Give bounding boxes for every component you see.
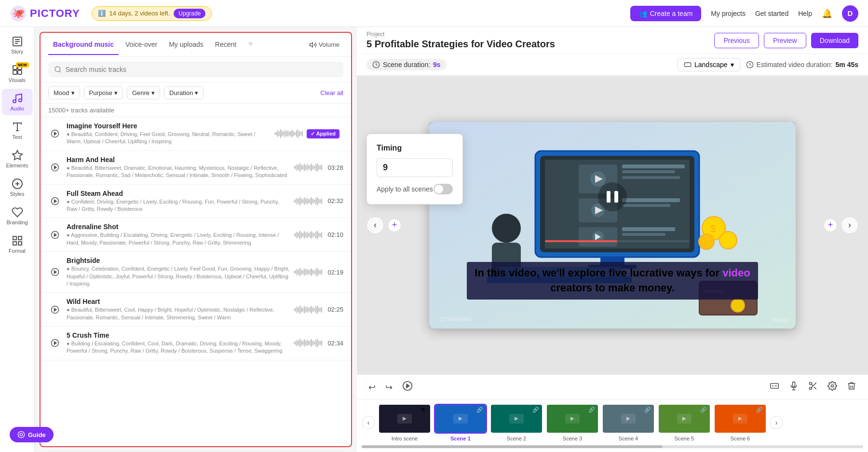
- sidebar-item-visuals[interactable]: Visuals NEW: [2, 60, 33, 87]
- track-play-button[interactable]: [48, 127, 62, 140]
- previous-button[interactable]: Previous: [714, 33, 759, 48]
- clear-all-button[interactable]: Clear all: [320, 89, 343, 96]
- sidebar-item-story[interactable]: Story: [2, 32, 33, 58]
- track-item[interactable]: Full Steam Ahead ● Confident, Driving, E…: [41, 185, 351, 219]
- upgrade-button[interactable]: Upgrade: [174, 9, 205, 18]
- sidebar-item-styles[interactable]: Styles: [2, 174, 33, 201]
- waveform-bar: [315, 198, 316, 205]
- branding-icon: [12, 206, 23, 218]
- svg-marker-34: [54, 308, 57, 311]
- guide-button[interactable]: Guide: [10, 427, 54, 442]
- waveform-bar: [315, 269, 316, 275]
- timing-input[interactable]: [377, 158, 453, 177]
- scene-thumb[interactable]: 🔗 Scene 2: [490, 404, 543, 441]
- waveform-bar: [276, 132, 277, 136]
- scene-icon-overlay: 🔗: [644, 407, 652, 414]
- project-title: 5 Profitable Strategies for Video Creato…: [366, 39, 555, 50]
- track-play-button[interactable]: [48, 161, 62, 174]
- video-watermark: 1574695864: [439, 316, 471, 323]
- scene-thumb[interactable]: 🔗 Scene 4: [602, 404, 655, 441]
- my-projects-link[interactable]: My projects: [711, 10, 746, 17]
- delete-button[interactable]: [845, 379, 858, 395]
- sidebar-item-text[interactable]: Text: [2, 117, 33, 144]
- scene-thumb[interactable]: 👁 Intro scene: [378, 404, 431, 441]
- add-scene-right[interactable]: +: [824, 219, 837, 232]
- scissors-button[interactable]: [806, 379, 820, 395]
- scene-thumb[interactable]: 🔗 Scene 3: [546, 404, 599, 441]
- tab-voice-over[interactable]: Voice-over: [121, 35, 162, 55]
- add-scene-left[interactable]: +: [388, 219, 401, 232]
- get-started-link[interactable]: Get started: [755, 10, 788, 17]
- undo-button[interactable]: ↩: [366, 380, 378, 395]
- prev-scene-arrow[interactable]: ‹: [366, 217, 384, 234]
- track-play-button[interactable]: [48, 303, 62, 316]
- svg-rect-17: [18, 236, 22, 240]
- tab-my-uploads[interactable]: My uploads: [164, 35, 208, 55]
- waveform-bar: [310, 232, 311, 238]
- waveform-bar: [320, 341, 321, 345]
- track-play-button[interactable]: [48, 265, 62, 279]
- play-button[interactable]: [400, 379, 415, 396]
- svg-point-107: [20, 433, 22, 436]
- avatar[interactable]: D: [842, 5, 858, 22]
- favorites-icon[interactable]: ♥: [243, 33, 258, 56]
- apply-all-toggle[interactable]: [434, 184, 453, 194]
- sidebar-item-audio[interactable]: Audio: [2, 89, 33, 115]
- track-name: Full Steam Ahead: [67, 190, 290, 197]
- scene-thumb[interactable]: 🔗 Scene 5: [658, 404, 711, 441]
- filter-mood[interactable]: Mood ▾: [48, 86, 80, 99]
- filter-purpose[interactable]: Purpose ▾: [84, 86, 123, 99]
- help-link[interactable]: Help: [798, 10, 812, 17]
- microphone-button[interactable]: [787, 379, 800, 395]
- preview-button[interactable]: Preview: [764, 33, 806, 48]
- svg-rect-83: [793, 382, 795, 387]
- filter-genre[interactable]: Genre ▾: [127, 86, 160, 99]
- scene-thumb[interactable]: 🔗 Scene 1: [434, 404, 487, 441]
- timeline-prev-btn[interactable]: ‹: [362, 416, 375, 429]
- logo[interactable]: 🐙 PICTORY: [10, 5, 80, 22]
- track-item[interactable]: Brightside ● Bouncy, Celebration, Confid…: [41, 252, 351, 293]
- sidebar-item-branding[interactable]: Branding: [2, 203, 33, 229]
- track-tags: ● Aggressive, Building / Escalating, Dri…: [67, 232, 290, 247]
- waveform-bar: [295, 308, 296, 312]
- waveform-bar: [294, 309, 295, 311]
- track-item[interactable]: Imagine Yourself Here ● Beautiful, Confi…: [41, 117, 351, 151]
- track-item[interactable]: Wild Heart ● Beautiful, Bittersweet, Coo…: [41, 293, 351, 327]
- sidebar-item-elements[interactable]: Elements: [2, 146, 33, 172]
- create-team-button[interactable]: 👥 Create a team: [630, 6, 702, 21]
- track-info: Brightside ● Bouncy, Celebration, Confid…: [67, 257, 290, 288]
- video-preview: $: [429, 122, 796, 329]
- redo-button[interactable]: ↪: [383, 380, 394, 395]
- track-play-button[interactable]: [48, 194, 62, 208]
- waveform-bar: [302, 341, 303, 345]
- download-button[interactable]: Download: [811, 33, 858, 48]
- track-info: Full Steam Ahead ● Confident, Driving, E…: [67, 190, 290, 213]
- sidebar-item-format[interactable]: Format: [2, 231, 33, 258]
- captions-button[interactable]: [768, 379, 781, 395]
- tab-recent[interactable]: Recent: [210, 35, 241, 55]
- track-play-button[interactable]: [48, 228, 62, 242]
- tab-background-music[interactable]: Background music: [48, 35, 119, 55]
- settings-button[interactable]: [826, 379, 839, 395]
- scene-label: Scene 3: [563, 436, 582, 441]
- waveform-bar: [318, 307, 319, 312]
- track-play-button[interactable]: [48, 336, 62, 350]
- track-item[interactable]: Adrenaline Shot ● Aggressive, Building /…: [41, 218, 351, 252]
- track-name: Adrenaline Shot: [67, 223, 290, 231]
- video-preview-inner: $: [429, 122, 796, 329]
- timeline-scrollbar[interactable]: [362, 445, 863, 448]
- waveform-bar: [297, 306, 298, 313]
- track-item[interactable]: Harm And Heal ● Beautiful, Bittersweet, …: [41, 151, 351, 185]
- volume-button[interactable]: Volume: [305, 38, 343, 52]
- waveform-bar: [317, 305, 318, 314]
- layout-selector[interactable]: Landscape ▾: [678, 58, 740, 71]
- timeline-next-btn[interactable]: ›: [770, 416, 783, 429]
- next-scene-arrow[interactable]: ›: [841, 217, 858, 234]
- filter-duration[interactable]: Duration ▾: [164, 86, 203, 99]
- search-input[interactable]: [66, 66, 338, 73]
- waveform-bar: [320, 199, 321, 203]
- notifications-icon[interactable]: 🔔: [822, 8, 832, 19]
- track-item[interactable]: 5 Crush Time ● Building / Escalating, Co…: [41, 327, 351, 360]
- track-waveform: [294, 336, 322, 350]
- scene-thumb[interactable]: 🔗 Scene 6: [714, 404, 767, 441]
